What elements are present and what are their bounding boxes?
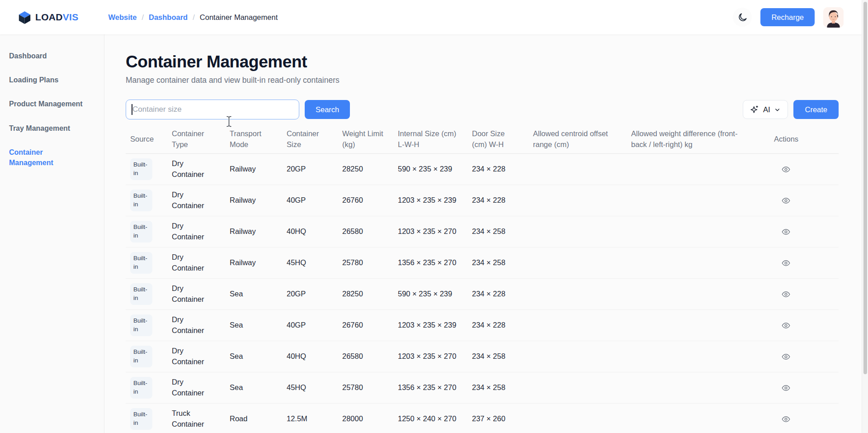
theme-toggle-button[interactable] xyxy=(733,8,752,27)
cube-icon xyxy=(18,10,31,24)
breadcrumb-separator: / xyxy=(142,13,144,22)
container-size-cell: 45HQ xyxy=(282,382,338,393)
actions-cell xyxy=(769,255,839,271)
view-button[interactable] xyxy=(778,348,794,365)
source-badge: Built-in xyxy=(130,314,152,336)
weight-limit-cell: 26580 xyxy=(338,226,393,237)
transport-mode-cell: Sea xyxy=(225,320,282,331)
column-header: Allowed weight difference (front- back /… xyxy=(627,128,769,150)
actions-cell xyxy=(769,380,839,396)
door-size-cell: 234 × 228 xyxy=(467,289,528,300)
actions-cell xyxy=(769,286,839,302)
sidebar-item-container-management[interactable]: Container Management xyxy=(0,143,104,172)
sparkles-icon xyxy=(750,105,759,114)
view-button[interactable] xyxy=(778,192,794,209)
actions-cell xyxy=(769,192,839,209)
transport-mode-cell: Sea xyxy=(225,289,282,300)
view-button[interactable] xyxy=(778,255,794,271)
recharge-button[interactable]: Recharge xyxy=(760,8,815,26)
source-cell: Built-in xyxy=(126,221,167,243)
top-header: LOADVIS Website/Dashboard/Container Mana… xyxy=(0,0,862,34)
source-cell: Built-in xyxy=(126,283,167,305)
main-content: Container Management Manage container da… xyxy=(104,34,862,433)
eye-icon xyxy=(781,227,791,237)
internal-size-cell: 1203 × 235 × 239 xyxy=(393,195,467,206)
container-type-cell: Dry Container xyxy=(167,346,225,367)
container-type-cell: Dry Container xyxy=(167,190,225,211)
container-size-cell: 20GP xyxy=(282,289,338,300)
view-button[interactable] xyxy=(778,286,794,302)
view-button[interactable] xyxy=(778,380,794,396)
container-size-cell: 20GP xyxy=(282,164,338,175)
container-size-cell: 45HQ xyxy=(282,257,338,268)
container-type-cell: Dry Container xyxy=(167,283,225,305)
view-button[interactable] xyxy=(778,317,794,333)
door-size-cell: 234 × 228 xyxy=(467,164,528,175)
source-cell: Built-in xyxy=(126,346,167,367)
view-button[interactable] xyxy=(778,161,794,177)
eye-icon xyxy=(781,414,791,424)
sidebar-item-loading-plans[interactable]: Loading Plans xyxy=(0,70,104,90)
weight-limit-cell: 28250 xyxy=(338,164,393,175)
table-row: Built-in Dry Container Sea 40HQ 26580 12… xyxy=(126,341,839,372)
container-type-cell: Dry Container xyxy=(167,252,225,274)
source-cell: Built-in xyxy=(126,190,167,211)
eye-icon xyxy=(781,196,791,205)
eye-icon xyxy=(781,352,791,362)
breadcrumb: Website/Dashboard/Container Management xyxy=(108,13,278,22)
column-header: Container Type xyxy=(167,128,225,150)
toolbar: Search AI Create xyxy=(126,100,839,119)
container-size-cell: 12.5M xyxy=(282,414,338,424)
transport-mode-cell: Railway xyxy=(225,164,282,175)
transport-mode-cell: Railway xyxy=(225,195,282,206)
ai-button-label: AI xyxy=(763,105,770,114)
table-row: Built-in Dry Container Railway 45HQ 2578… xyxy=(126,247,839,279)
scrollbar-thumb[interactable] xyxy=(863,2,867,374)
source-badge: Built-in xyxy=(130,158,152,180)
sidebar-item-product-management[interactable]: Product Management xyxy=(0,94,104,114)
source-badge: Built-in xyxy=(130,252,152,274)
column-header: Weight Limit (kg) xyxy=(338,128,393,150)
column-header: Door Size (cm) W-H xyxy=(467,128,528,150)
column-header: Source xyxy=(126,134,167,145)
internal-size-cell: 1356 × 235 × 270 xyxy=(393,382,467,393)
door-size-cell: 234 × 258 xyxy=(467,351,528,362)
ai-dropdown-button[interactable]: AI xyxy=(743,100,788,119)
page-scrollbar[interactable] xyxy=(862,0,868,433)
container-type-cell: Truck Container xyxy=(167,408,225,430)
view-button[interactable] xyxy=(778,224,794,240)
view-button[interactable] xyxy=(778,411,794,427)
column-header: Transport Mode xyxy=(225,128,282,150)
user-avatar[interactable] xyxy=(823,7,844,28)
table-row: Built-in Dry Container Sea 45HQ 25780 13… xyxy=(126,372,839,404)
create-button[interactable]: Create xyxy=(793,100,839,119)
source-cell: Built-in xyxy=(126,314,167,336)
transport-mode-cell: Sea xyxy=(225,382,282,393)
internal-size-cell: 1356 × 235 × 270 xyxy=(393,257,467,268)
source-badge: Built-in xyxy=(130,346,152,367)
moon-icon xyxy=(737,12,748,23)
breadcrumb-item[interactable]: Website xyxy=(108,13,137,22)
eye-icon xyxy=(781,290,791,299)
eye-icon xyxy=(781,321,791,330)
transport-mode-cell: Railway xyxy=(225,226,282,237)
eye-icon xyxy=(781,258,791,268)
sidebar-item-dashboard[interactable]: Dashboard xyxy=(0,46,104,66)
app-logo[interactable]: LOADVIS xyxy=(18,10,78,24)
weight-limit-cell: 26760 xyxy=(338,195,393,206)
transport-mode-cell: Road xyxy=(225,414,282,424)
weight-limit-cell: 26580 xyxy=(338,351,393,362)
sidebar-item-tray-management[interactable]: Tray Management xyxy=(0,119,104,138)
eye-icon xyxy=(781,383,791,393)
internal-size-cell: 1203 × 235 × 270 xyxy=(393,226,467,237)
chevron-down-icon xyxy=(774,106,781,113)
breadcrumb-item[interactable]: Dashboard xyxy=(149,13,188,22)
weight-limit-cell: 28250 xyxy=(338,289,393,300)
table-body: Built-in Dry Container Railway 20GP 2825… xyxy=(126,154,839,433)
internal-size-cell: 1203 × 235 × 270 xyxy=(393,351,467,362)
column-header: Container Size xyxy=(282,128,338,150)
search-button[interactable]: Search xyxy=(305,100,350,119)
table-row: Built-in Dry Container Sea 20GP 28250 59… xyxy=(126,279,839,310)
search-input[interactable] xyxy=(126,100,299,119)
text-caret xyxy=(132,104,132,115)
